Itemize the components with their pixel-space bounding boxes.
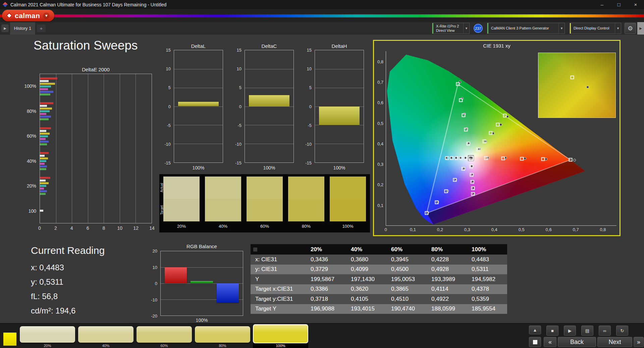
- pattern-swatch-label: 20%: [20, 344, 75, 348]
- settings-gear-button[interactable]: ⚙: [625, 23, 636, 34]
- eject-icon: ▲: [533, 328, 537, 333]
- deltae-bar: [40, 160, 46, 162]
- cie-chart-panel: CIE 1931 xy 0,80,70,60,50,40,30,20,1 00,…: [373, 40, 621, 236]
- y-axis-tick: -5: [237, 123, 241, 128]
- table-cell: 0,3865: [386, 284, 427, 294]
- table-cell: 0,3729: [306, 265, 346, 275]
- deltae-chart: [40, 74, 152, 223]
- actual-swatch: [163, 177, 200, 199]
- cie-target-point: [484, 156, 488, 160]
- save-button[interactable]: ▤: [581, 326, 593, 336]
- tab-scroll-button[interactable]: ▶: [1, 24, 9, 32]
- minimize-button[interactable]: –: [594, 0, 610, 9]
- tab-history-1[interactable]: History 1: [10, 22, 36, 34]
- back-button[interactable]: Back: [558, 337, 596, 347]
- deltae-bar: [40, 165, 47, 167]
- chevron-down-icon: ▾: [615, 23, 621, 33]
- deltae-chart-title: DeltaE 2000: [40, 67, 152, 72]
- table-row-label: x: CIE31: [251, 255, 306, 265]
- gridline: [174, 88, 223, 88]
- refresh-button[interactable]: ↻: [616, 326, 628, 336]
- deltae-bar: [40, 185, 46, 187]
- table-cell: 188,0599: [427, 304, 467, 314]
- deltae-group-labels: 100%80%60%40%20%100: [13, 74, 38, 223]
- y-axis-tick: 5: [168, 85, 171, 90]
- rgb-balance-chart: [160, 251, 243, 316]
- pattern-generator-label: CalMAN Client 3 Pattern Generator: [488, 23, 558, 33]
- table-cell: 0,4228: [427, 255, 467, 265]
- table-cell: 0,4928: [427, 265, 467, 275]
- page-title: Saturation Sweeps: [34, 39, 138, 53]
- cie-target-point: [455, 156, 459, 160]
- swatch-column: 40%: [205, 177, 241, 230]
- table-row-label: Y: [251, 274, 306, 284]
- next-arrow-button[interactable]: »: [634, 337, 644, 347]
- deltae-bar: [40, 118, 49, 120]
- close-button[interactable]: ×: [627, 0, 644, 9]
- y-axis-tick: 0,4: [377, 141, 383, 146]
- pattern-swatch-60%[interactable]: [137, 326, 192, 343]
- current-pattern-tile: [3, 333, 16, 346]
- y-axis-tick: 10: [153, 265, 157, 270]
- gridline: [245, 69, 293, 69]
- y-axis-tick: -5: [308, 123, 312, 128]
- table-cell: 0,5359: [467, 294, 507, 304]
- toolbar-overflow-button[interactable]: ▶: [637, 22, 644, 34]
- link-button[interactable]: ∞: [599, 326, 611, 336]
- x-axis-tick: 0,7: [573, 227, 579, 232]
- y-axis-tick: 0,5: [377, 121, 383, 126]
- calman-menu-button[interactable]: calman ▾: [2, 10, 54, 21]
- current-reading: Current Reading x: 0,4483 y: 0,5311 fL: …: [31, 245, 105, 318]
- back-arrow-button[interactable]: «: [544, 337, 556, 347]
- add-tab-button[interactable]: +: [37, 24, 46, 32]
- refresh-icon: ↻: [621, 328, 624, 333]
- next-button[interactable]: Next: [597, 337, 632, 347]
- display-control-dropdown[interactable]: Direct Display Control ▾: [570, 23, 621, 34]
- deltae-bar: [40, 182, 49, 184]
- gridline: [315, 88, 364, 88]
- cie-target-point: [489, 131, 493, 135]
- deltae-bar: [40, 210, 43, 212]
- y-axis-tick: -15: [305, 160, 312, 165]
- pattern-swatch-20%[interactable]: [20, 326, 75, 343]
- pattern-generator-dropdown[interactable]: CalMAN Client 3 Pattern Generator ▾: [487, 23, 565, 34]
- table-cell: 193,3989: [427, 274, 467, 284]
- cie-chart-title: CIE 1931 xy: [374, 43, 620, 49]
- deltae-bar: [40, 168, 46, 170]
- window-controls: – □ ×: [594, 0, 644, 9]
- eject-panel-button[interactable]: ▲: [529, 326, 541, 334]
- gridline: [245, 107, 293, 107]
- current-reading-cdm2: cd/m²: 194,6: [31, 303, 105, 318]
- measurement-table: 20%40%60%80%100%x: CIE310,34360,36800,39…: [251, 244, 507, 314]
- actual-target-swatch-strip: Actual Target 20%40%60%80%100%: [159, 174, 370, 232]
- pattern-swatch-80%[interactable]: [195, 326, 250, 343]
- deltal-bar: [178, 102, 219, 106]
- cie-target-point: [445, 156, 449, 160]
- y-axis-tick: 15: [166, 48, 171, 53]
- x-axis-tick: 2: [54, 225, 57, 231]
- x-axis-tick: 6: [87, 225, 89, 231]
- cie-measured-point: [506, 115, 509, 118]
- link-icon: ∞: [603, 328, 606, 333]
- deltae-bar: [40, 110, 50, 112]
- x-axis-tick: 12: [133, 225, 139, 231]
- pattern-swatch-40%[interactable]: [78, 326, 133, 343]
- swatch-column: 100%: [330, 177, 366, 230]
- swatch-column: 60%: [247, 177, 283, 230]
- meter-dropdown[interactable]: X-Rite i1Pro 2 Direct View ▾: [432, 23, 470, 34]
- table-cell: 0,4114: [427, 284, 467, 294]
- maximize-button[interactable]: □: [610, 0, 627, 9]
- y-axis-tick: 0,3: [377, 162, 383, 167]
- cie-target-point: [503, 114, 506, 118]
- stop-button[interactable]: ■: [546, 326, 558, 336]
- gridline: [315, 144, 364, 144]
- pattern-swatch-100%[interactable]: [253, 324, 308, 343]
- cie-target-point: [456, 82, 460, 86]
- swatch-column: 20%: [163, 177, 200, 230]
- pattern-window-button[interactable]: [529, 337, 541, 347]
- deltal-chart-title: DeltaL: [174, 43, 223, 49]
- play-button[interactable]: ▶: [564, 326, 576, 336]
- y-axis-tick: -10: [151, 297, 157, 302]
- deltae-bar: [40, 102, 53, 104]
- y-axis-tick: 5: [239, 85, 241, 90]
